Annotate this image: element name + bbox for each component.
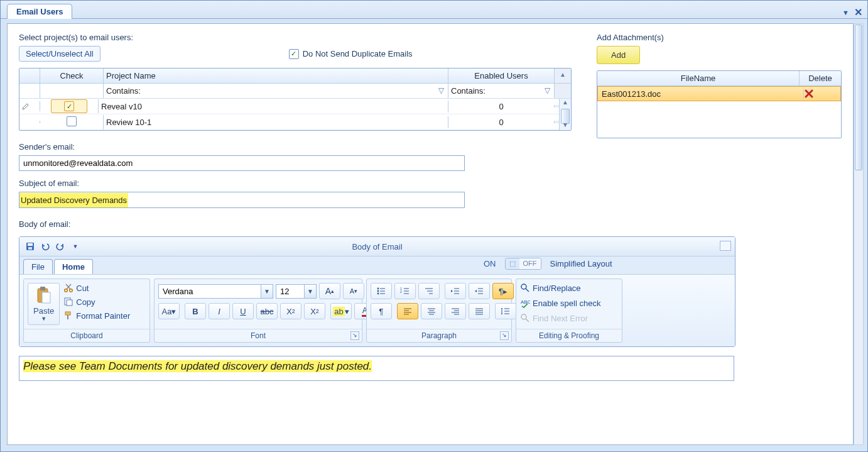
align-left-button[interactable] bbox=[397, 303, 418, 319]
tab-email-users[interactable]: Email Users bbox=[7, 4, 72, 19]
align-left-icon bbox=[403, 307, 412, 315]
outdent-icon bbox=[450, 287, 460, 295]
col-project-name[interactable]: Project Name bbox=[104, 69, 448, 83]
find-replace-button[interactable]: Find/Replace bbox=[520, 283, 618, 293]
cell-enabled-users: 0 bbox=[448, 101, 554, 113]
strikethrough-button[interactable]: abc bbox=[256, 303, 278, 319]
align-center-icon bbox=[427, 307, 436, 315]
attachment-row[interactable]: East001213.doc bbox=[597, 86, 841, 101]
svg-rect-4 bbox=[40, 287, 45, 290]
copy-button[interactable]: Copy bbox=[63, 297, 130, 307]
grow-font-button[interactable]: A▴ bbox=[319, 283, 340, 299]
font-dialog-launcher[interactable]: ↘ bbox=[350, 331, 359, 340]
italic-button[interactable]: I bbox=[209, 303, 230, 319]
spell-check-button[interactable]: ABCEnable spell check bbox=[520, 298, 618, 308]
select-unselect-all-button[interactable]: Select/Unselect All bbox=[19, 46, 100, 62]
table-row[interactable]: ✓ Reveal v10 0 bbox=[19, 99, 571, 114]
col-delete[interactable]: Delete bbox=[800, 71, 841, 85]
ltr-button[interactable]: ¶▸ bbox=[492, 283, 514, 299]
no-duplicate-label: Do Not Send Duplicate Emails bbox=[303, 49, 413, 58]
email-body-editor[interactable]: Please see Team Documents for updated di… bbox=[19, 356, 734, 381]
align-right-button[interactable] bbox=[445, 303, 466, 319]
col-check[interactable]: Check bbox=[40, 69, 104, 83]
email-users-window: Email Users ▼ ✕ Select project(s) to ema… bbox=[0, 0, 868, 452]
delete-attachment-button[interactable] bbox=[804, 89, 840, 99]
cell-enabled-users: 0 bbox=[448, 116, 554, 128]
attachments-table: FileName Delete East001213.doc bbox=[597, 70, 842, 138]
filter-icon[interactable]: ▽ bbox=[438, 86, 444, 95]
underline-button[interactable]: U bbox=[232, 303, 254, 319]
layout-toggle[interactable]: ⬚OFF bbox=[505, 258, 541, 270]
indent-icon bbox=[474, 287, 484, 295]
paste-icon bbox=[36, 286, 52, 305]
sender-email-input[interactable] bbox=[19, 155, 465, 171]
projects-table: Check Project Name Enabled Users ▲ Conta… bbox=[19, 68, 572, 131]
checkbox-icon[interactable] bbox=[67, 116, 77, 126]
paste-button[interactable]: Paste ▼ bbox=[28, 283, 60, 325]
font-name-select[interactable]: ▼ bbox=[158, 284, 273, 299]
undo-icon[interactable] bbox=[40, 241, 51, 252]
no-duplicate-checkbox[interactable]: ✓ Do Not Send Duplicate Emails bbox=[289, 49, 413, 59]
table-row[interactable]: Review 10-1 0 bbox=[19, 114, 571, 130]
increase-indent-button[interactable] bbox=[469, 283, 490, 299]
ribbon-minimize-icon[interactable] bbox=[720, 241, 731, 251]
cut-icon bbox=[63, 283, 73, 293]
editing-group-label: Editing & Proofing bbox=[516, 329, 622, 342]
superscript-button[interactable]: X2 bbox=[304, 303, 325, 319]
change-case-button[interactable]: Aa▾ bbox=[158, 303, 180, 319]
show-symbols-button[interactable]: ¶ bbox=[371, 303, 392, 319]
edit-pencil-icon bbox=[22, 102, 30, 110]
align-center-button[interactable] bbox=[421, 303, 442, 319]
col-enabled-users[interactable]: Enabled Users bbox=[448, 69, 554, 83]
svg-rect-9 bbox=[67, 300, 72, 306]
cell-project-name: Review 10-1 bbox=[104, 116, 448, 128]
cut-button[interactable]: Cut bbox=[63, 283, 130, 293]
qat-customize-icon[interactable]: ▼ bbox=[70, 241, 81, 252]
bold-button[interactable]: B bbox=[185, 303, 206, 319]
subscript-button[interactable]: X2 bbox=[280, 303, 301, 319]
svg-rect-1 bbox=[28, 243, 33, 246]
simplified-layout-link[interactable]: Simplified Layout bbox=[550, 259, 612, 268]
close-icon[interactable]: ✕ bbox=[854, 6, 862, 18]
ribbon-tab-file[interactable]: File bbox=[23, 259, 53, 274]
font-size-select[interactable]: ▼ bbox=[276, 284, 317, 299]
multilevel-list-button[interactable] bbox=[418, 283, 440, 299]
redo-icon[interactable] bbox=[55, 241, 66, 252]
bullets-icon bbox=[376, 287, 386, 295]
decrease-indent-button[interactable] bbox=[445, 283, 466, 299]
window-tabstrip: Email Users ▼ ✕ bbox=[1, 1, 867, 19]
subject-input[interactable]: Updated Discovery Demands bbox=[19, 192, 465, 208]
shrink-font-button[interactable]: A▾ bbox=[343, 283, 364, 299]
next-error-icon bbox=[520, 313, 530, 323]
projects-scrollbar[interactable]: ▲ ▼ bbox=[559, 99, 571, 130]
copy-icon bbox=[63, 297, 73, 307]
main-scrollbar[interactable] bbox=[854, 23, 864, 445]
panel-content: Select project(s) to email users: Select… bbox=[7, 23, 854, 445]
ribbon-tab-home[interactable]: Home bbox=[54, 259, 93, 274]
numbered-list-button[interactable]: 12 bbox=[394, 283, 416, 299]
line-spacing-icon bbox=[501, 307, 511, 316]
chevron-down-icon[interactable]: ▼ bbox=[261, 284, 273, 299]
save-icon[interactable] bbox=[24, 241, 36, 252]
align-justify-button[interactable] bbox=[469, 303, 490, 319]
find-icon bbox=[520, 283, 530, 293]
paragraph-group-label: Paragraph bbox=[421, 331, 457, 340]
filter-icon[interactable]: ▽ bbox=[545, 86, 550, 95]
minimize-arrow-icon[interactable]: ▼ bbox=[842, 9, 849, 16]
bulleted-list-button[interactable] bbox=[371, 283, 392, 299]
highlight-color-button[interactable]: ab▾ bbox=[330, 303, 352, 319]
add-attachment-button[interactable]: Add bbox=[597, 46, 640, 64]
delete-x-icon bbox=[804, 89, 814, 99]
chevron-down-icon[interactable]: ▼ bbox=[305, 284, 317, 299]
col-filename[interactable]: FileName bbox=[597, 71, 800, 85]
line-spacing-button[interactable] bbox=[495, 303, 516, 319]
find-next-error-button[interactable]: Find Next Error bbox=[520, 313, 618, 323]
svg-point-11 bbox=[377, 288, 379, 290]
filter-project-name[interactable]: Contains:▽ bbox=[104, 84, 448, 98]
email-body-text: Please see Team Documents for updated di… bbox=[23, 360, 372, 372]
filter-enabled-users[interactable]: Contains:▽ bbox=[448, 84, 554, 98]
paragraph-dialog-launcher[interactable]: ↘ bbox=[500, 331, 509, 340]
format-painter-button[interactable]: Format Painter bbox=[63, 311, 130, 321]
checkbox-icon[interactable]: ✓ bbox=[64, 101, 74, 111]
format-painter-icon bbox=[63, 311, 73, 321]
